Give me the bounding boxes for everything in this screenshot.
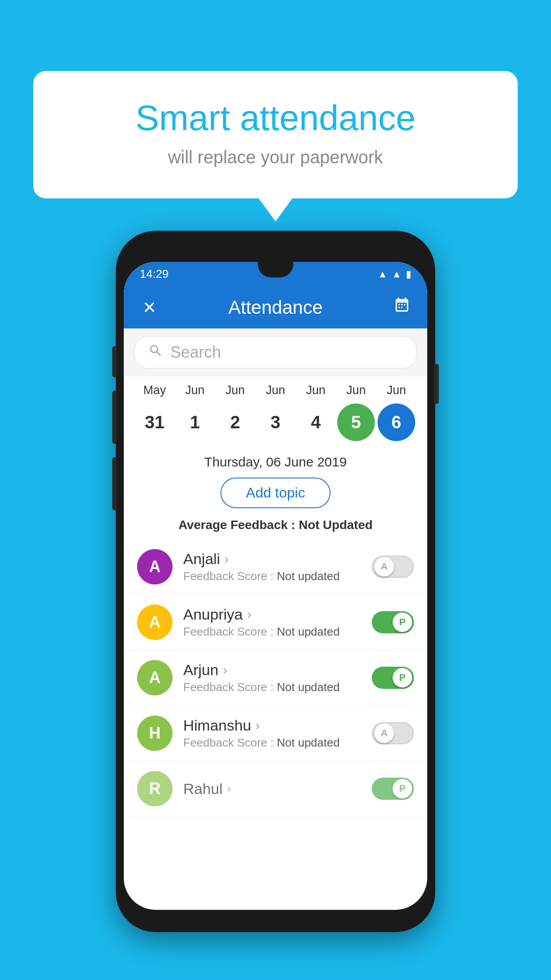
- student-score-anupriya: Feedback Score : Not updated: [183, 625, 372, 639]
- power-button: [434, 364, 439, 404]
- student-score-anjali: Feedback Score : Not updated: [183, 569, 372, 583]
- avatar-partial: R: [137, 771, 173, 806]
- student-item-partial[interactable]: R Rahul › P: [124, 761, 427, 817]
- avatar-anupriya: A: [137, 605, 173, 640]
- toggle-anjali[interactable]: A: [372, 556, 414, 578]
- student-info-anjali: Anjali › Feedback Score : Not updated: [173, 550, 372, 583]
- month-3: Jun: [256, 383, 294, 397]
- student-item-arjun[interactable]: A Arjun › Feedback Score : Not updated P: [124, 650, 427, 706]
- close-icon[interactable]: ✕: [137, 298, 161, 317]
- search-placeholder: Search: [170, 343, 221, 362]
- calendar-day-4[interactable]: 4: [297, 403, 335, 441]
- toggle-partial[interactable]: P: [372, 778, 414, 800]
- student-item-anjali[interactable]: A Anjali › Feedback Score : Not updated …: [124, 539, 427, 595]
- add-topic-button[interactable]: Add topic: [220, 478, 330, 508]
- attendance-toggle-anupriya[interactable]: P: [372, 611, 414, 633]
- student-info-himanshu: Himanshu › Feedback Score : Not updated: [173, 717, 372, 750]
- calendar-day-1[interactable]: 1: [176, 403, 214, 441]
- avatar-arjun: A: [137, 660, 173, 695]
- calendar-days: 31 1 2 3 4 5 6: [134, 400, 417, 445]
- phone-body: 14:29 ▲ ▲ ▮ ✕ Attendance: [116, 231, 435, 932]
- calendar-day-6[interactable]: 6: [378, 403, 415, 441]
- student-info-anupriya: Anupriya › Feedback Score : Not updated: [173, 606, 372, 639]
- date-label: Thursday, 06 June 2019: [124, 448, 427, 473]
- chevron-right-icon: ›: [227, 782, 231, 796]
- app-bar: ✕ Attendance: [124, 286, 427, 328]
- toggle-thumb-partial: P: [393, 779, 412, 798]
- month-5: Jun: [337, 383, 375, 397]
- battery-icon: ▮: [406, 269, 411, 280]
- chevron-right-icon: ›: [256, 719, 260, 733]
- month-1: Jun: [176, 383, 214, 397]
- speech-bubble: Smart attendance will replace your paper…: [33, 71, 518, 198]
- month-0: May: [136, 383, 173, 397]
- add-topic-container: Add topic: [124, 473, 427, 515]
- attendance-toggle-anjali[interactable]: A: [372, 556, 414, 578]
- avg-feedback-value: Not Updated: [299, 518, 372, 532]
- toggle-thumb-anupriya: P: [393, 612, 412, 632]
- student-item-anupriya[interactable]: A Anupriya › Feedback Score : Not update…: [124, 595, 427, 650]
- calendar-day-31[interactable]: 31: [136, 403, 173, 441]
- student-list: A Anjali › Feedback Score : Not updated …: [124, 539, 427, 817]
- student-score-arjun: Feedback Score : Not updated: [183, 680, 372, 694]
- toggle-arjun[interactable]: P: [372, 667, 414, 689]
- status-icons: ▲ ▲ ▮: [378, 269, 411, 280]
- phone-container: 14:29 ▲ ▲ ▮ ✕ Attendance: [116, 231, 435, 932]
- silent-button: [112, 457, 117, 510]
- student-name-himanshu: Himanshu ›: [183, 717, 372, 734]
- toggle-himanshu[interactable]: A: [372, 722, 414, 744]
- volume-up-button: [112, 346, 117, 377]
- student-name-arjun: Arjun ›: [183, 661, 372, 679]
- toggle-thumb-himanshu: A: [374, 723, 394, 743]
- speech-bubble-subtitle: will replace your paperwork: [69, 147, 482, 167]
- student-name-partial: Rahul ›: [183, 780, 372, 798]
- toggle-thumb-arjun: P: [393, 668, 412, 688]
- search-container: Search: [124, 328, 427, 376]
- month-2: Jun: [216, 383, 254, 397]
- signal-icon: ▲: [392, 269, 401, 280]
- student-name-anupriya: Anupriya ›: [183, 606, 372, 623]
- calendar-icon[interactable]: [390, 297, 414, 318]
- student-item-himanshu[interactable]: H Himanshu › Feedback Score : Not update…: [124, 706, 427, 761]
- status-time: 14:29: [140, 267, 169, 281]
- wifi-icon: ▲: [378, 269, 387, 280]
- speech-bubble-title: Smart attendance: [69, 98, 482, 138]
- search-bar[interactable]: Search: [134, 336, 417, 368]
- average-feedback: Average Feedback : Not Updated: [124, 515, 427, 539]
- month-4: Jun: [297, 383, 335, 397]
- speech-bubble-container: Smart attendance will replace your paper…: [33, 71, 518, 198]
- calendar-day-2[interactable]: 2: [216, 403, 254, 441]
- avg-feedback-label: Average Feedback :: [178, 518, 295, 532]
- search-icon: [148, 343, 163, 362]
- toggle-thumb-anjali: A: [374, 557, 394, 577]
- app-bar-title: Attendance: [161, 297, 390, 318]
- student-info-arjun: Arjun › Feedback Score : Not updated: [173, 661, 372, 694]
- student-name-anjali: Anjali ›: [183, 550, 372, 568]
- calendar-strip: May Jun Jun Jun Jun Jun Jun 31 1 2 3 4 5…: [124, 376, 427, 448]
- attendance-toggle-arjun[interactable]: P: [372, 667, 414, 689]
- phone-screen: 14:29 ▲ ▲ ▮ ✕ Attendance: [124, 262, 427, 910]
- calendar-day-3[interactable]: 3: [256, 403, 294, 441]
- chevron-right-icon: ›: [223, 663, 227, 677]
- calendar-months: May Jun Jun Jun Jun Jun Jun: [134, 383, 417, 397]
- avatar-himanshu: H: [137, 715, 173, 751]
- chevron-right-icon: ›: [224, 552, 228, 566]
- attendance-toggle-himanshu[interactable]: A: [372, 722, 414, 744]
- attendance-toggle-partial[interactable]: P: [372, 778, 414, 800]
- calendar-day-5[interactable]: 5: [337, 403, 375, 441]
- avatar-anjali: A: [137, 549, 173, 585]
- chevron-right-icon: ›: [247, 608, 251, 622]
- student-info-partial: Rahul ›: [173, 780, 372, 798]
- student-score-himanshu: Feedback Score : Not updated: [183, 736, 372, 750]
- month-6: Jun: [378, 383, 415, 397]
- volume-down-button: [112, 391, 117, 444]
- toggle-anupriya[interactable]: P: [372, 611, 414, 633]
